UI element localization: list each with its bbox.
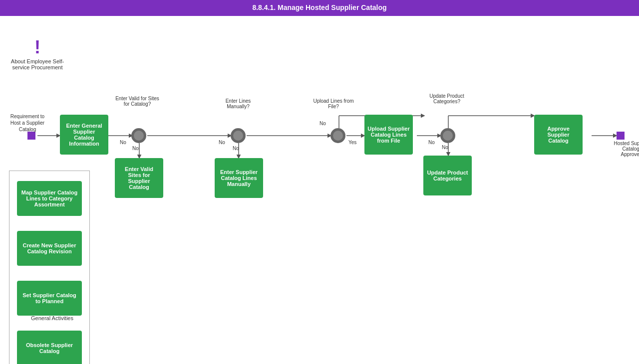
enter-valid-sites-box[interactable]: Enter Valid Sites for Supplier Catalog [115, 158, 163, 198]
page-header: 8.8.4.1. Manage Hosted Supplier Catalog [0, 0, 639, 16]
enter-general-box[interactable]: Enter General Supplier Catalog Informati… [60, 115, 108, 155]
no-label-3: No [320, 121, 326, 126]
decision-manually-label: Enter Lines Manually? [216, 98, 261, 109]
upload-lines-box[interactable]: Upload Supplier Catalog Lines from File [364, 115, 413, 155]
create-new-box[interactable]: Create New Supplier Catalog Revision [17, 231, 82, 266]
down-label-4: No [442, 145, 448, 150]
decision-upload-label: Upload Lines from File? [311, 98, 356, 109]
exclamation-icon: ! [34, 38, 40, 56]
decision-upload [330, 128, 345, 143]
yes-label-3: Yes [348, 140, 356, 145]
general-activities-panel: Map Supplier Catalog Lines to Category A… [9, 171, 90, 364]
approve-box[interactable]: Approve Supplier Catalog [534, 115, 583, 155]
about-label: About Employee Self-service Procurement [10, 58, 65, 70]
decision-sites-label: Enter Valid for Sites for Catalog? [115, 96, 160, 107]
requirement-label: Requirement to Host a Supplier Catalog [5, 113, 50, 133]
about-section: ! About Employee Self-service Procuremen… [10, 38, 65, 70]
hosted-approved-label: Hosted Supplier Catalog, Approved [612, 141, 639, 157]
decision-manually [231, 128, 246, 143]
decision-update-label: Update Product Categories? [422, 93, 472, 104]
end-node [617, 132, 625, 140]
general-activities-label: General Activities [31, 315, 73, 321]
decision-update [440, 128, 455, 143]
no-label-4: No [428, 140, 435, 145]
decision-sites [131, 128, 146, 143]
start-node [27, 132, 35, 140]
connector-lines [0, 16, 639, 364]
enter-manually-box[interactable]: Enter Supplier Catalog Lines Manually [215, 158, 263, 198]
no-label-1: No [120, 140, 126, 145]
down-label-1: No [132, 146, 139, 151]
header-title: 8.8.4.1. Manage Hosted Supplier Catalog [252, 3, 386, 11]
map-lines-box[interactable]: Map Supplier Catalog Lines to Category A… [17, 181, 82, 216]
set-planned-box[interactable]: Set Supplier Catalog to Planned [17, 281, 82, 316]
obsolete-box[interactable]: Obsolete Supplier Catalog [17, 331, 82, 364]
update-categories-box[interactable]: Update Product Categories [423, 156, 472, 195]
no-label-2: No [219, 140, 225, 145]
down-label-2: No [233, 146, 239, 151]
